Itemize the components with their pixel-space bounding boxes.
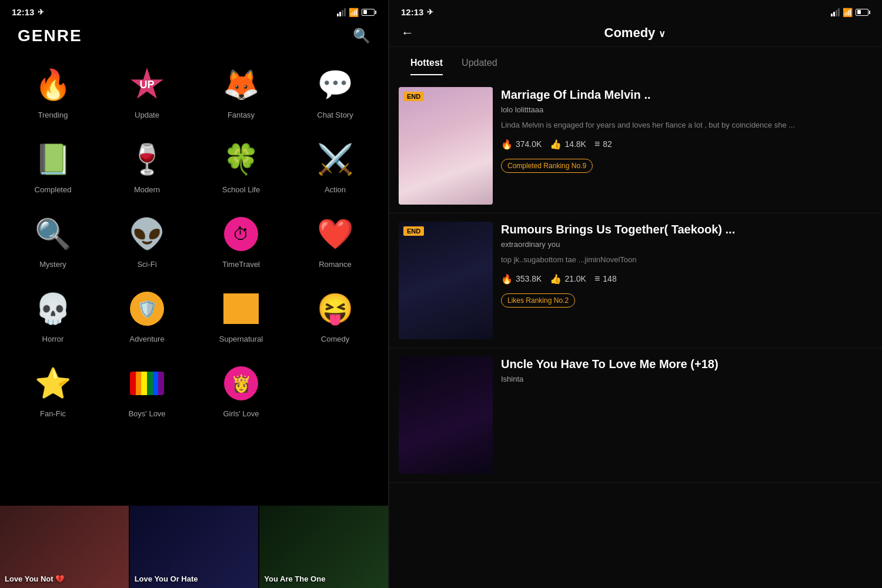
chapters-count: 82 (603, 139, 612, 149)
genre-icon-mystery: 🔍 (32, 213, 74, 255)
genre-label-mystery: Mystery (39, 260, 66, 269)
genre-item-time-travel[interactable]: ⏱ TimeTravel (194, 203, 288, 278)
genre-icon-modern: 🍷 (126, 138, 168, 181)
genre-label-action: Action (325, 185, 346, 194)
story-desc: top jk..sugabottom tae ...jiminNovelToon (501, 254, 873, 266)
story-author: Ishinta (501, 375, 873, 383)
right-header: ← Comedy ∨ (389, 21, 882, 47)
genre-icon-fantasy: 🦊 (220, 64, 262, 106)
story-info-s2: Rumours Brings Us Together( Taekook) ...… (501, 222, 873, 339)
left-panel: 12:13 ✈ 📶 GENRE 🔍 🔥 Trending UP (0, 0, 388, 588)
right-status-left: 12:13 ✈ (401, 7, 433, 17)
genre-item-chat-story[interactable]: 💬 Chat Story (288, 54, 382, 129)
genre-item-school-life[interactable]: 🍀 School Life (194, 129, 288, 203)
story-thumb-s3 (399, 356, 493, 474)
genre-item-boys-love[interactable]: Boys' Love (100, 353, 194, 427)
left-wifi-icon: 📶 (349, 8, 359, 17)
genre-item-mystery[interactable]: 🔍 Mystery (6, 203, 100, 278)
genre-item-girls-love[interactable]: 👸 Girls' Love (194, 353, 288, 427)
like-icon: 👍 (550, 273, 562, 285)
genre-label-trending: Trending (38, 111, 68, 119)
ranking-badge: Likes Ranking No.2 (501, 293, 575, 308)
genre-icon-completed: 📗 (32, 138, 74, 181)
left-location-icon: ✈ (38, 8, 44, 16)
genre-item-fantasy[interactable]: 🦊 Fantasy (194, 54, 288, 129)
genre-label-fan-fic: Fan-Fic (40, 409, 66, 418)
chapters-stat: ≡ 82 (594, 139, 612, 149)
left-signal-icon (337, 8, 346, 16)
tab-hottest[interactable]: Hottest (401, 53, 452, 73)
story-title: Marriage Of Linda Melvin .. (501, 87, 873, 102)
carousel-item-c2[interactable]: Love You Or Hate (130, 506, 259, 588)
left-status-left: 12:13 ✈ (12, 7, 44, 17)
genre-item-modern[interactable]: 🍷 Modern (100, 129, 194, 203)
story-stats: 🔥 374.0K 👍 14.8K ≡ 82 (501, 139, 873, 150)
story-item-s1[interactable]: END Marriage Of Linda Melvin .. lolo lol… (389, 79, 882, 213)
genre-label-school-life: School Life (222, 185, 260, 194)
story-title: Uncle You Have To Love Me More (+18) (501, 356, 873, 372)
like-icon: 👍 (550, 139, 562, 150)
right-battery-icon (856, 9, 870, 16)
back-button[interactable]: ← (401, 25, 414, 41)
genre-label-time-travel: TimeTravel (222, 260, 260, 269)
carousel-item-c3[interactable]: You Are The One (259, 506, 388, 588)
right-status-bar: 12:13 ✈ 📶 (389, 0, 882, 21)
likes-stat: 👍 21.0K (550, 273, 586, 285)
dropdown-arrow-icon[interactable]: ∨ (659, 29, 666, 39)
likes-count: 21.0K (564, 274, 586, 283)
left-battery-icon (362, 9, 376, 16)
fire-icon: 🔥 (501, 273, 513, 285)
fires-count: 374.0K (516, 139, 542, 149)
genre-item-supernatural[interactable]: 👁 Supernatural (194, 278, 288, 353)
left-status-right: 📶 (337, 8, 376, 17)
genre-item-sci-fi[interactable]: 👽 Sci-Fi (100, 203, 194, 278)
right-wifi-icon: 📶 (843, 8, 853, 17)
genre-label-comedy: Comedy (321, 335, 349, 343)
story-item-s2[interactable]: END Rumours Brings Us Together( Taekook)… (389, 213, 882, 348)
story-item-s3[interactable]: Uncle You Have To Love Me More (+18) Ish… (389, 348, 882, 483)
genre-item-fan-fic[interactable]: ⭐ Fan-Fic (6, 353, 100, 427)
carousel-label-c1: Love You Not 💔 (5, 574, 65, 583)
genre-item-adventure[interactable]: 🛡️ Adventure (100, 278, 194, 353)
carousel-label-c3: You Are The One (264, 574, 325, 583)
stories-list: END Marriage Of Linda Melvin .. lolo lol… (389, 73, 882, 588)
genre-label-fantasy: Fantasy (228, 111, 255, 119)
genre-item-horror[interactable]: 💀 Horror (6, 278, 100, 353)
genre-icon-boys-love (126, 362, 168, 405)
genre-title: GENRE (18, 26, 82, 45)
left-header: GENRE 🔍 (0, 21, 388, 54)
fires-stat: 🔥 374.0K (501, 139, 542, 150)
search-button[interactable]: 🔍 (353, 28, 370, 44)
story-title: Rumours Brings Us Together( Taekook) ... (501, 222, 873, 237)
likes-count: 14.8K (564, 139, 586, 149)
ranking-badge: Completed Ranking No.9 (501, 159, 593, 173)
genre-label-update: Update (135, 111, 159, 119)
genre-item-update[interactable]: UP Update (100, 54, 194, 129)
genre-icon-supernatural: 👁 (220, 288, 262, 330)
genre-label-girls-love: Girls' Love (223, 409, 259, 418)
left-time: 12:13 (12, 7, 34, 17)
story-author: extraordinary you (501, 240, 873, 249)
genre-icon-horror: 💀 (32, 288, 74, 330)
bottom-carousel: Love You Not 💔 Love You Or Hate You Are … (0, 506, 388, 588)
page-title: Comedy (604, 25, 656, 40)
likes-stat: 👍 14.8K (550, 139, 586, 150)
genre-label-adventure: Adventure (129, 335, 164, 343)
fire-icon: 🔥 (501, 139, 513, 150)
genre-icon-sci-fi: 👽 (126, 213, 168, 255)
story-thumb-s2: END (399, 222, 493, 339)
tab-updated[interactable]: Updated (452, 53, 507, 73)
genre-icon-comedy: 😝 (314, 288, 356, 330)
chapters-count: 148 (603, 274, 616, 283)
genre-item-action[interactable]: ⚔️ Action (288, 129, 382, 203)
genre-item-romance[interactable]: ❤️ Romance (288, 203, 382, 278)
genre-item-trending[interactable]: 🔥 Trending (6, 54, 100, 129)
genre-grid: 🔥 Trending UP Update 🦊 Fantasy 💬 Chat St… (0, 54, 388, 427)
genre-item-completed[interactable]: 📗 Completed (6, 129, 100, 203)
genre-item-comedy[interactable]: 😝 Comedy (288, 278, 382, 353)
genre-icon-fan-fic: ⭐ (32, 362, 74, 405)
carousel-item-c1[interactable]: Love You Not 💔 (0, 506, 129, 588)
genre-label-chat-story: Chat Story (317, 111, 353, 119)
tabs-container: HottestUpdated (389, 47, 882, 73)
genre-icon-update: UP (126, 64, 168, 106)
